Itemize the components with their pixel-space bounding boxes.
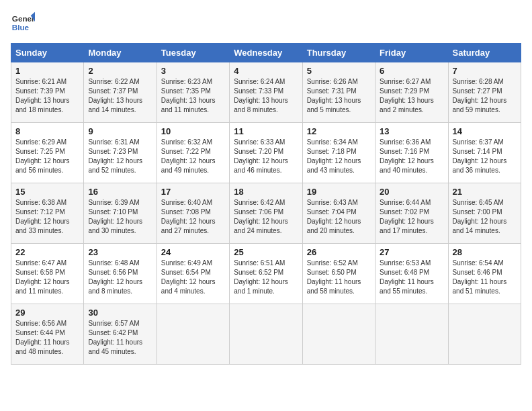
calendar-cell: 13Sunrise: 6:36 AMSunset: 7:16 PMDayligh… (375, 123, 448, 183)
day-info: Sunrise: 6:24 AMSunset: 7:33 PMDaylight:… (234, 77, 298, 115)
calendar-cell (157, 304, 229, 365)
calendar-cell: 16Sunrise: 6:39 AMSunset: 7:10 PMDayligh… (84, 183, 157, 244)
weekday-header-wednesday: Wednesday (230, 44, 302, 62)
day-number: 19 (307, 187, 371, 197)
day-info: Sunrise: 6:44 AMSunset: 7:02 PMDaylight:… (380, 198, 443, 236)
weekday-header-thursday: Thursday (302, 44, 375, 62)
day-number: 15 (15, 187, 79, 197)
day-number: 9 (88, 126, 152, 136)
day-number: 5 (307, 66, 371, 76)
weekday-header-tuesday: Tuesday (157, 44, 229, 62)
calendar-cell: 2Sunrise: 6:22 AMSunset: 7:37 PMDaylight… (84, 62, 157, 123)
calendar-cell: 21Sunrise: 6:45 AMSunset: 7:00 PMDayligh… (448, 183, 521, 244)
calendar-cell: 12Sunrise: 6:34 AMSunset: 7:18 PMDayligh… (302, 123, 375, 183)
day-info: Sunrise: 6:45 AMSunset: 7:00 PMDaylight:… (453, 198, 517, 236)
day-info: Sunrise: 6:37 AMSunset: 7:14 PMDaylight:… (453, 138, 517, 175)
calendar-cell: 5Sunrise: 6:26 AMSunset: 7:31 PMDaylight… (302, 62, 375, 123)
day-info: Sunrise: 6:54 AMSunset: 6:46 PMDaylight:… (453, 259, 517, 296)
day-info: Sunrise: 6:34 AMSunset: 7:18 PMDaylight:… (307, 138, 371, 175)
weekday-header-friday: Friday (375, 44, 448, 62)
day-number: 20 (380, 187, 443, 197)
day-number: 25 (234, 247, 298, 257)
calendar-cell: 26Sunrise: 6:52 AMSunset: 6:50 PMDayligh… (302, 244, 375, 304)
day-info: Sunrise: 6:26 AMSunset: 7:31 PMDaylight:… (307, 77, 371, 115)
calendar-cell (302, 304, 375, 365)
day-number: 30 (88, 308, 152, 318)
day-info: Sunrise: 6:47 AMSunset: 6:58 PMDaylight:… (15, 259, 79, 296)
calendar-cell: 9Sunrise: 6:31 AMSunset: 7:23 PMDaylight… (84, 123, 157, 183)
logo-icon: General Blue (11, 11, 35, 35)
day-number: 7 (453, 66, 517, 76)
day-info: Sunrise: 6:56 AMSunset: 6:44 PMDaylight:… (15, 319, 79, 357)
calendar-cell: 27Sunrise: 6:53 AMSunset: 6:48 PMDayligh… (375, 244, 448, 304)
calendar-cell: 22Sunrise: 6:47 AMSunset: 6:58 PMDayligh… (11, 244, 84, 304)
calendar-cell (230, 304, 302, 365)
day-number: 17 (161, 187, 225, 197)
day-info: Sunrise: 6:28 AMSunset: 7:27 PMDaylight:… (453, 77, 517, 115)
calendar-cell: 10Sunrise: 6:32 AMSunset: 7:22 PMDayligh… (157, 123, 229, 183)
day-info: Sunrise: 6:22 AMSunset: 7:37 PMDaylight:… (88, 77, 152, 115)
day-number: 23 (88, 247, 152, 257)
day-info: Sunrise: 6:48 AMSunset: 6:56 PMDaylight:… (88, 259, 152, 296)
calendar-cell: 11Sunrise: 6:33 AMSunset: 7:20 PMDayligh… (230, 123, 302, 183)
calendar-cell: 18Sunrise: 6:42 AMSunset: 7:06 PMDayligh… (230, 183, 302, 244)
day-info: Sunrise: 6:23 AMSunset: 7:35 PMDaylight:… (161, 77, 225, 115)
day-info: Sunrise: 6:32 AMSunset: 7:22 PMDaylight:… (161, 138, 225, 175)
weekday-header-monday: Monday (84, 44, 157, 62)
day-number: 13 (380, 126, 443, 136)
svg-text:Blue: Blue (12, 23, 30, 32)
day-info: Sunrise: 6:53 AMSunset: 6:48 PMDaylight:… (380, 259, 443, 296)
day-info: Sunrise: 6:38 AMSunset: 7:12 PMDaylight:… (15, 198, 79, 236)
weekday-header-sunday: Sunday (11, 44, 84, 62)
day-info: Sunrise: 6:39 AMSunset: 7:10 PMDaylight:… (88, 198, 152, 236)
day-info: Sunrise: 6:36 AMSunset: 7:16 PMDaylight:… (380, 138, 443, 175)
day-number: 18 (234, 187, 298, 197)
day-number: 10 (161, 126, 225, 136)
calendar-cell: 17Sunrise: 6:40 AMSunset: 7:08 PMDayligh… (157, 183, 229, 244)
calendar-cell: 24Sunrise: 6:49 AMSunset: 6:54 PMDayligh… (157, 244, 229, 304)
logo: General Blue (11, 11, 35, 35)
day-number: 22 (15, 247, 79, 257)
day-info: Sunrise: 6:52 AMSunset: 6:50 PMDaylight:… (307, 259, 371, 296)
weekday-header-saturday: Saturday (448, 44, 521, 62)
calendar-cell: 1Sunrise: 6:21 AMSunset: 7:39 PMDaylight… (11, 62, 84, 123)
day-number: 6 (380, 66, 443, 76)
day-number: 27 (380, 247, 443, 257)
calendar-cell: 28Sunrise: 6:54 AMSunset: 6:46 PMDayligh… (448, 244, 521, 304)
day-info: Sunrise: 6:33 AMSunset: 7:20 PMDaylight:… (234, 138, 298, 175)
day-number: 4 (234, 66, 298, 76)
day-info: Sunrise: 6:57 AMSunset: 6:42 PMDaylight:… (88, 319, 152, 357)
page-header: General Blue (11, 11, 521, 35)
day-number: 3 (161, 66, 225, 76)
calendar-cell: 20Sunrise: 6:44 AMSunset: 7:02 PMDayligh… (375, 183, 448, 244)
calendar-cell: 7Sunrise: 6:28 AMSunset: 7:27 PMDaylight… (448, 62, 521, 123)
day-number: 21 (453, 187, 517, 197)
calendar-cell: 25Sunrise: 6:51 AMSunset: 6:52 PMDayligh… (230, 244, 302, 304)
calendar-cell (375, 304, 448, 365)
day-info: Sunrise: 6:49 AMSunset: 6:54 PMDaylight:… (161, 259, 225, 296)
calendar-cell: 30Sunrise: 6:57 AMSunset: 6:42 PMDayligh… (84, 304, 157, 365)
calendar-cell: 4Sunrise: 6:24 AMSunset: 7:33 PMDaylight… (230, 62, 302, 123)
calendar-cell: 14Sunrise: 6:37 AMSunset: 7:14 PMDayligh… (448, 123, 521, 183)
day-number: 26 (307, 247, 371, 257)
day-number: 11 (234, 126, 298, 136)
day-number: 29 (15, 308, 79, 318)
day-number: 16 (88, 187, 152, 197)
day-number: 28 (453, 247, 517, 257)
calendar-cell: 8Sunrise: 6:29 AMSunset: 7:25 PMDaylight… (11, 123, 84, 183)
day-number: 8 (15, 126, 79, 136)
calendar-cell: 29Sunrise: 6:56 AMSunset: 6:44 PMDayligh… (11, 304, 84, 365)
day-info: Sunrise: 6:51 AMSunset: 6:52 PMDaylight:… (234, 259, 298, 296)
day-info: Sunrise: 6:21 AMSunset: 7:39 PMDaylight:… (15, 77, 79, 115)
calendar-cell: 6Sunrise: 6:27 AMSunset: 7:29 PMDaylight… (375, 62, 448, 123)
day-info: Sunrise: 6:40 AMSunset: 7:08 PMDaylight:… (161, 198, 225, 236)
day-info: Sunrise: 6:27 AMSunset: 7:29 PMDaylight:… (380, 77, 443, 115)
day-number: 14 (453, 126, 517, 136)
calendar-cell: 23Sunrise: 6:48 AMSunset: 6:56 PMDayligh… (84, 244, 157, 304)
day-info: Sunrise: 6:42 AMSunset: 7:06 PMDaylight:… (234, 198, 298, 236)
day-number: 1 (15, 66, 79, 76)
day-number: 24 (161, 247, 225, 257)
day-number: 2 (88, 66, 152, 76)
calendar-cell: 15Sunrise: 6:38 AMSunset: 7:12 PMDayligh… (11, 183, 84, 244)
day-info: Sunrise: 6:43 AMSunset: 7:04 PMDaylight:… (307, 198, 371, 236)
